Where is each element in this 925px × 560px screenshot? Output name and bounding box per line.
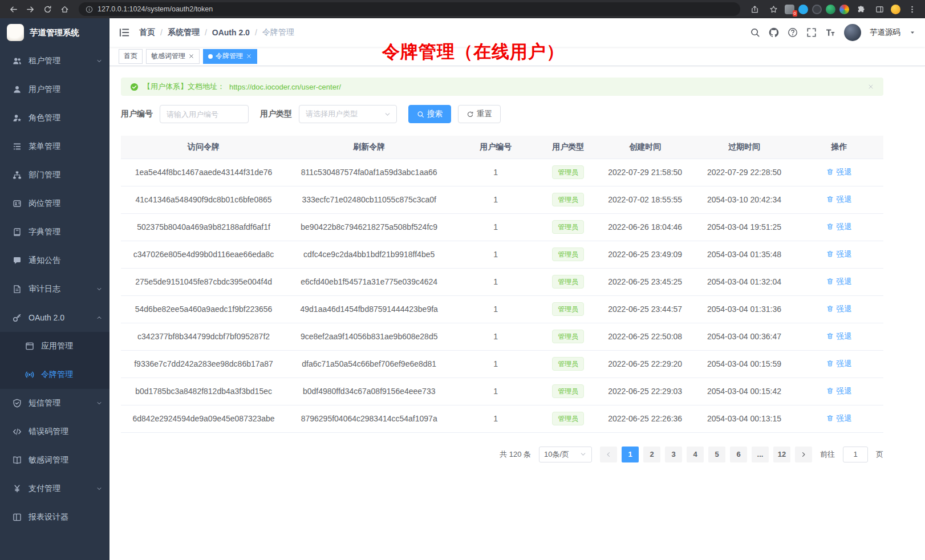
tab-1[interactable]: 敏感词管理 xyxy=(146,49,200,64)
sidebar-item-11[interactable]: 令牌管理 xyxy=(0,360,109,389)
cell-expire-time: 2054-03-04 00:36:47 xyxy=(693,323,795,350)
cell-user-id: 1 xyxy=(452,241,539,268)
cell-create-time: 2022-06-25 22:29:20 xyxy=(597,350,693,378)
back-icon[interactable] xyxy=(6,2,21,16)
page-button-5[interactable]: 5 xyxy=(708,447,725,462)
page-button-6[interactable]: 6 xyxy=(730,447,747,462)
sidebar-item-0[interactable]: 租户管理 xyxy=(0,47,109,75)
close-icon[interactable] xyxy=(246,53,252,59)
sidebar-item-9[interactable]: OAuth 2.0 xyxy=(0,303,109,332)
sidebar-item-label: 短信管理 xyxy=(29,398,60,408)
breadcrumb-item-1[interactable]: 系统管理 xyxy=(168,27,200,38)
force-logout-button[interactable]: 强退 xyxy=(826,413,851,424)
breadcrumb-item-2[interactable]: OAuth 2.0 xyxy=(212,28,250,37)
extension-icon-1[interactable]: 0 xyxy=(785,5,794,14)
doc-alert: 【用户体系】文档地址： https://doc.iocoder.cn/user-… xyxy=(121,78,883,96)
table-row: b0d1785bc3a8482f812db4a3f3bd15ec b0df498… xyxy=(121,378,883,405)
cell-user-type: 管理员 xyxy=(539,186,597,213)
extension-icon-3[interactable] xyxy=(812,5,822,14)
force-logout-button[interactable]: 强退 xyxy=(826,386,851,396)
share-icon[interactable] xyxy=(747,2,762,16)
close-icon[interactable] xyxy=(188,53,194,59)
cell-create-time: 2022-06-25 22:29:03 xyxy=(597,378,693,405)
forward-icon[interactable] xyxy=(23,2,38,16)
page-button-12[interactable]: 12 xyxy=(773,447,790,462)
url-bar[interactable]: 127.0.0.1:1024/system/oauth2/token xyxy=(79,2,740,16)
sidebar-item-1[interactable]: 用户管理 xyxy=(0,75,109,104)
font-size-icon[interactable] xyxy=(825,27,835,38)
more-pages-button[interactable]: ... xyxy=(752,447,769,462)
sidebar-item-13[interactable]: 错误码管理 xyxy=(0,417,109,446)
site-info-icon[interactable] xyxy=(86,6,93,13)
force-logout-button[interactable]: 强退 xyxy=(826,359,851,369)
reload-icon[interactable] xyxy=(40,2,55,16)
extension-icon-2[interactable] xyxy=(798,5,808,14)
alert-text: 【用户体系】文档地址： xyxy=(143,82,225,92)
browser-menu-icon[interactable] xyxy=(904,2,919,16)
sidebar-item-12[interactable]: 短信管理 xyxy=(0,389,109,417)
tab-0[interactable]: 首页 xyxy=(119,49,143,64)
tab-label: 令牌管理 xyxy=(216,51,243,61)
username[interactable]: 芋道源码 xyxy=(870,27,900,38)
help-icon[interactable] xyxy=(788,27,798,38)
page-button-2[interactable]: 2 xyxy=(643,447,660,462)
sidebar-item-14[interactable]: 敏感词管理 xyxy=(0,446,109,474)
home-icon[interactable] xyxy=(57,2,72,16)
table-row: 54d6be82ee5a460a9aedc1f9bf223656 49d1aa4… xyxy=(121,295,883,323)
force-logout-button[interactable]: 强退 xyxy=(826,277,851,287)
alert-close-icon[interactable] xyxy=(867,83,874,90)
bookmark-star-icon[interactable] xyxy=(766,2,781,16)
force-logout-button[interactable]: 强退 xyxy=(826,167,851,177)
prev-page-button[interactable] xyxy=(600,447,617,462)
breadcrumb-item-0[interactable]: 首页 xyxy=(139,27,155,38)
doc-link[interactable]: https://doc.iocoder.cn/user-center/ xyxy=(229,83,341,91)
user-type-badge: 管理员 xyxy=(552,220,584,234)
tab-2[interactable]: 令牌管理 xyxy=(203,49,257,64)
browser-profile-avatar[interactable] xyxy=(891,5,900,14)
cell-refresh-token: be90422b8c7946218275a508bf524fc9 xyxy=(286,213,452,241)
sidebar-item-3[interactable]: 菜单管理 xyxy=(0,132,109,161)
search-button[interactable]: 搜索 xyxy=(408,105,451,123)
hamburger-icon[interactable] xyxy=(119,27,130,38)
page-button-4[interactable]: 4 xyxy=(687,447,704,462)
reset-button[interactable]: 重置 xyxy=(458,105,501,123)
force-logout-button[interactable]: 强退 xyxy=(826,249,851,259)
sidebar-item-label: 岗位管理 xyxy=(29,198,60,209)
force-logout-button[interactable]: 强退 xyxy=(826,222,851,232)
next-page-button[interactable] xyxy=(795,447,812,462)
cell-expire-time: 2054-03-04 00:15:59 xyxy=(693,350,795,378)
sidebar-item-15[interactable]: 支付管理 xyxy=(0,474,109,503)
force-logout-label: 强退 xyxy=(836,222,851,232)
sidebar-item-6[interactable]: 字典管理 xyxy=(0,218,109,246)
github-icon[interactable] xyxy=(769,27,779,38)
force-logout-label: 强退 xyxy=(836,249,851,259)
goto-page-input[interactable] xyxy=(843,447,868,462)
force-logout-button[interactable]: 强退 xyxy=(826,194,851,205)
user-type-select[interactable]: 请选择用户类型 xyxy=(299,105,397,123)
side-panel-icon[interactable] xyxy=(872,2,887,16)
user-avatar[interactable] xyxy=(844,24,861,41)
app-icon xyxy=(25,342,34,351)
fullscreen-icon[interactable] xyxy=(806,27,817,38)
sidebar-item-10[interactable]: 应用管理 xyxy=(0,332,109,360)
user-id-input[interactable] xyxy=(160,105,249,123)
sidebar-item-2[interactable]: 角色管理 xyxy=(0,104,109,132)
sidebar-item-4[interactable]: 部门管理 xyxy=(0,161,109,189)
page-size-select[interactable]: 10条/页 xyxy=(539,447,592,462)
page-button-1[interactable]: 1 xyxy=(622,447,639,462)
sidebar-item-8[interactable]: 审计日志 xyxy=(0,275,109,303)
caret-down-icon[interactable] xyxy=(909,29,916,36)
force-logout-button[interactable]: 强退 xyxy=(826,331,851,342)
extension-icon-5[interactable] xyxy=(839,5,849,14)
chevron-down-icon xyxy=(579,451,587,458)
extension-icon-4[interactable] xyxy=(826,5,835,14)
main-area: 首页/系统管理/OAuth 2.0/令牌管理 芋道源码 首页敏感词管理令牌管理 … xyxy=(109,18,925,560)
search-icon[interactable] xyxy=(750,27,760,38)
sidebar-item-16[interactable]: 报表设计器 xyxy=(0,503,109,531)
force-logout-button[interactable]: 强退 xyxy=(826,304,851,314)
cell-user-type: 管理员 xyxy=(539,350,597,378)
extensions-puzzle-icon[interactable] xyxy=(853,2,868,16)
page-button-3[interactable]: 3 xyxy=(665,447,682,462)
sidebar-item-5[interactable]: 岗位管理 xyxy=(0,189,109,218)
sidebar-item-7[interactable]: 通知公告 xyxy=(0,246,109,275)
